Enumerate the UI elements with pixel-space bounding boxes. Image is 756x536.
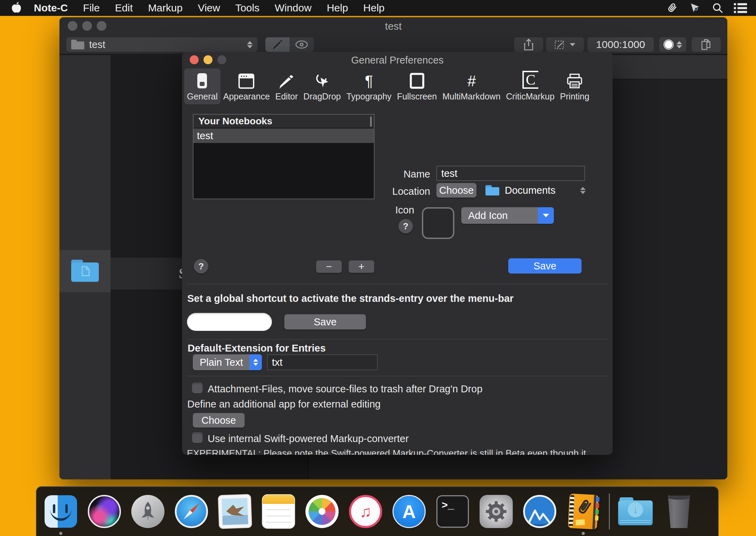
dock-downloads[interactable]: ↓ bbox=[617, 494, 653, 529]
gear-icon bbox=[480, 495, 513, 528]
location-label: Location bbox=[375, 186, 430, 197]
external-app-choose-button[interactable]: Choose bbox=[193, 413, 245, 428]
format-dropdown[interactable]: Plain Text bbox=[193, 354, 262, 370]
dock-photos[interactable] bbox=[304, 494, 340, 529]
pencil-icon bbox=[279, 72, 294, 89]
pilcrow-icon: ¶ bbox=[365, 72, 373, 89]
tab-typography[interactable]: ¶ Typography bbox=[343, 68, 394, 104]
dock-system-preferences[interactable] bbox=[478, 494, 514, 529]
preview-mode-button[interactable] bbox=[290, 37, 314, 52]
cursor-icon[interactable] bbox=[688, 2, 702, 14]
dock-terminal[interactable]: >_ bbox=[435, 494, 471, 529]
name-field[interactable]: test bbox=[436, 166, 585, 181]
copy-button[interactable] bbox=[692, 37, 721, 52]
window-title: test bbox=[59, 20, 727, 32]
menu-help-1[interactable]: Help bbox=[327, 2, 348, 14]
scrollbar[interactable] bbox=[370, 116, 372, 127]
add-icon-dropdown[interactable]: Add Icon bbox=[461, 207, 554, 224]
dock-notes[interactable] bbox=[261, 494, 296, 529]
chevron-updown-icon bbox=[677, 41, 682, 48]
dialog-body: Your Notebooks test ? − + Name test Loca… bbox=[182, 104, 613, 455]
section-divider bbox=[187, 339, 608, 340]
menu-tools[interactable]: Tools bbox=[235, 2, 259, 14]
notebook-selector[interactable]: test bbox=[66, 37, 257, 52]
share-button[interactable] bbox=[514, 37, 543, 52]
location-choose-button[interactable]: Choose bbox=[436, 183, 476, 198]
apple-menu[interactable] bbox=[10, 1, 22, 15]
shortcut-recorder-field[interactable] bbox=[187, 313, 272, 331]
window-title-bar[interactable]: test bbox=[59, 17, 727, 35]
menu-bar: Note-C File Edit Markup View Tools Windo… bbox=[0, 0, 756, 16]
notebooks-sidebar bbox=[59, 55, 111, 479]
menu-markup[interactable]: Markup bbox=[148, 2, 182, 14]
remove-notebook-button[interactable]: − bbox=[316, 260, 342, 273]
tab-editor[interactable]: Editor bbox=[273, 68, 301, 104]
tab-fullscreen[interactable]: Fullscreen bbox=[394, 68, 440, 104]
menu-window[interactable]: Window bbox=[275, 2, 312, 14]
dock-siri[interactable] bbox=[86, 494, 122, 529]
trash-icon bbox=[667, 495, 691, 528]
shortcut-save-button[interactable]: Save bbox=[284, 314, 366, 329]
switch-icon bbox=[197, 72, 207, 89]
notebooks-list-header: Your Notebooks bbox=[193, 115, 374, 128]
attachment-icon[interactable] bbox=[665, 2, 679, 14]
dock-trash[interactable] bbox=[661, 494, 697, 529]
dock-app-cleaner[interactable] bbox=[522, 494, 558, 529]
siri-icon bbox=[88, 495, 121, 528]
section-divider bbox=[187, 376, 608, 376]
tab-printing[interactable]: Printing bbox=[557, 68, 592, 104]
apple-icon bbox=[10, 1, 22, 15]
dock-launchpad[interactable] bbox=[130, 494, 166, 529]
dock-itunes[interactable]: ♫ bbox=[348, 494, 384, 529]
chevron-down-icon bbox=[570, 43, 575, 46]
hash-icon: # bbox=[467, 72, 475, 89]
dock-mail[interactable] bbox=[217, 494, 253, 529]
tab-general[interactable]: General bbox=[184, 68, 220, 104]
running-indicator bbox=[59, 532, 63, 535]
dock-app-store[interactable]: A bbox=[391, 494, 427, 529]
tab-multimarkdown[interactable]: # MultiMarkdown bbox=[440, 68, 503, 104]
name-label: Name bbox=[375, 169, 430, 180]
notebook-save-button[interactable]: Save bbox=[508, 258, 582, 274]
icon-preview-box[interactable] bbox=[422, 207, 454, 239]
menu-help-2[interactable]: Help bbox=[363, 2, 385, 14]
add-notebook-button[interactable]: + bbox=[349, 260, 374, 273]
location-select[interactable]: Documents bbox=[485, 183, 586, 198]
location-value: Documents bbox=[505, 185, 575, 196]
dock-safari[interactable] bbox=[173, 494, 209, 529]
notebook-row-test[interactable]: test bbox=[193, 128, 374, 143]
dock-note-c[interactable] bbox=[565, 494, 601, 529]
notebook-folder-cell[interactable] bbox=[59, 250, 111, 292]
tab-dragdrop[interactable]: DragDrop bbox=[301, 68, 343, 104]
edit-mode-button[interactable] bbox=[265, 37, 290, 52]
attachment-checkbox-label: Attachment-Files, move source-files to t… bbox=[208, 383, 482, 395]
search-icon[interactable] bbox=[710, 2, 725, 14]
fullscreen-icon bbox=[410, 72, 424, 89]
notebooks-list-box: Your Notebooks test bbox=[193, 114, 375, 199]
notebooks-help-button[interactable]: ? bbox=[194, 259, 208, 274]
mountain-app-icon bbox=[523, 495, 556, 528]
tab-appearance[interactable]: Appearance bbox=[220, 68, 273, 104]
mail-icon bbox=[218, 495, 251, 528]
launchpad-icon bbox=[131, 495, 164, 528]
ratio-button[interactable]: 1000:1000 bbox=[587, 37, 654, 52]
attachment-checkbox[interactable] bbox=[192, 383, 202, 393]
menu-app-name[interactable]: Note-C bbox=[34, 2, 68, 14]
menu-file[interactable]: File bbox=[83, 2, 100, 14]
markup-edit-button[interactable] bbox=[546, 37, 584, 52]
converter-checkbox[interactable] bbox=[192, 432, 202, 443]
list-icon[interactable] bbox=[733, 2, 748, 14]
click-cursor-icon bbox=[314, 72, 330, 89]
contrast-stepper[interactable] bbox=[659, 37, 686, 52]
extension-field[interactable]: txt bbox=[267, 354, 378, 370]
tab-criticmarkup[interactable]: C CriticMarkup bbox=[503, 68, 557, 104]
menu-view[interactable]: View bbox=[198, 2, 220, 14]
icon-help-button[interactable]: ? bbox=[398, 219, 413, 233]
folder-icon bbox=[485, 185, 499, 195]
dialog-title-bar[interactable]: General Preferences bbox=[182, 52, 613, 68]
menu-edit[interactable]: Edit bbox=[115, 2, 133, 14]
chevron-updown-icon bbox=[249, 354, 262, 370]
terminal-icon: >_ bbox=[436, 495, 469, 528]
photos-icon bbox=[305, 495, 339, 528]
dock-finder[interactable] bbox=[43, 494, 79, 529]
